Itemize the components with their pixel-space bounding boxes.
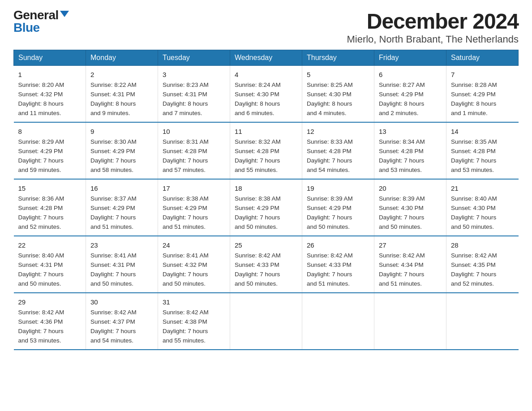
calendar-cell: 14Sunrise: 8:35 AMSunset: 4:28 PMDayligh…	[446, 122, 519, 179]
day-number: 22	[18, 240, 82, 250]
day-info: Sunrise: 8:41 AMSunset: 4:31 PMDaylight:…	[90, 251, 153, 289]
day-number: 23	[90, 240, 153, 250]
day-info: Sunrise: 8:42 AMSunset: 4:35 PMDaylight:…	[451, 251, 514, 289]
calendar-cell: 31Sunrise: 8:42 AMSunset: 4:38 PMDayligh…	[158, 293, 230, 350]
weekday-header-wednesday: Wednesday	[230, 50, 302, 66]
day-number: 7	[451, 69, 514, 80]
day-info: Sunrise: 8:27 AMSunset: 4:29 PMDaylight:…	[379, 81, 442, 118]
calendar-cell: 2Sunrise: 8:22 AMSunset: 4:31 PMDaylight…	[86, 66, 158, 122]
weekday-header-saturday: Saturday	[446, 50, 519, 66]
day-number: 19	[307, 183, 369, 193]
day-info: Sunrise: 8:23 AMSunset: 4:31 PMDaylight:…	[163, 81, 225, 118]
calendar-cell: 21Sunrise: 8:40 AMSunset: 4:30 PMDayligh…	[446, 179, 519, 236]
calendar-week-row: 22Sunrise: 8:40 AMSunset: 4:31 PMDayligh…	[14, 236, 519, 293]
day-number: 31	[163, 297, 225, 307]
day-number: 6	[379, 69, 442, 80]
calendar-subtitle: Mierlo, North Brabant, The Netherlands	[347, 34, 519, 45]
logo-general-text: General	[13, 9, 59, 21]
day-number: 15	[18, 183, 82, 193]
day-info: Sunrise: 8:36 AMSunset: 4:28 PMDaylight:…	[18, 194, 82, 232]
calendar-cell: 12Sunrise: 8:33 AMSunset: 4:28 PMDayligh…	[302, 122, 374, 179]
calendar-cell: 3Sunrise: 8:23 AMSunset: 4:31 PMDaylight…	[158, 66, 230, 122]
weekday-header-sunday: Sunday	[14, 50, 86, 66]
day-number: 24	[163, 240, 225, 250]
calendar-title: December 2024	[347, 9, 519, 34]
day-info: Sunrise: 8:34 AMSunset: 4:28 PMDaylight:…	[379, 137, 442, 175]
day-number: 30	[90, 297, 153, 307]
calendar-week-row: 8Sunrise: 8:29 AMSunset: 4:29 PMDaylight…	[14, 122, 519, 179]
calendar-table: SundayMondayTuesdayWednesdayThursdayFrid…	[13, 50, 519, 350]
day-info: Sunrise: 8:29 AMSunset: 4:29 PMDaylight:…	[18, 137, 82, 175]
calendar-cell: 23Sunrise: 8:41 AMSunset: 4:31 PMDayligh…	[86, 236, 158, 293]
day-number: 11	[235, 126, 297, 137]
day-number: 1	[18, 69, 82, 80]
day-number: 5	[307, 69, 369, 80]
day-info: Sunrise: 8:35 AMSunset: 4:28 PMDaylight:…	[451, 137, 514, 175]
day-info: Sunrise: 8:30 AMSunset: 4:29 PMDaylight:…	[90, 137, 153, 175]
day-number: 2	[90, 69, 153, 80]
weekday-header-thursday: Thursday	[302, 50, 374, 66]
title-section: December 2024 Mierlo, North Brabant, The…	[347, 9, 519, 45]
day-info: Sunrise: 8:42 AMSunset: 4:33 PMDaylight:…	[235, 251, 297, 289]
calendar-cell: 19Sunrise: 8:39 AMSunset: 4:29 PMDayligh…	[302, 179, 374, 236]
calendar-cell: 9Sunrise: 8:30 AMSunset: 4:29 PMDaylight…	[86, 122, 158, 179]
day-info: Sunrise: 8:37 AMSunset: 4:29 PMDaylight:…	[90, 194, 153, 232]
calendar-cell: 29Sunrise: 8:42 AMSunset: 4:36 PMDayligh…	[14, 293, 86, 350]
calendar-cell: 7Sunrise: 8:28 AMSunset: 4:29 PMDaylight…	[446, 66, 519, 122]
calendar-cell: 17Sunrise: 8:38 AMSunset: 4:29 PMDayligh…	[158, 179, 230, 236]
calendar-cell	[374, 293, 446, 350]
day-info: Sunrise: 8:42 AMSunset: 4:36 PMDaylight:…	[18, 308, 82, 346]
days-of-week-row: SundayMondayTuesdayWednesdayThursdayFrid…	[14, 50, 519, 66]
day-number: 28	[451, 240, 514, 250]
calendar-cell: 26Sunrise: 8:42 AMSunset: 4:33 PMDayligh…	[302, 236, 374, 293]
day-number: 21	[451, 183, 514, 193]
calendar-cell: 1Sunrise: 8:20 AMSunset: 4:32 PMDaylight…	[14, 66, 86, 122]
weekday-header-tuesday: Tuesday	[158, 50, 230, 66]
day-info: Sunrise: 8:31 AMSunset: 4:28 PMDaylight:…	[163, 137, 225, 175]
day-info: Sunrise: 8:22 AMSunset: 4:31 PMDaylight:…	[90, 81, 153, 118]
calendar-body: 1Sunrise: 8:20 AMSunset: 4:32 PMDaylight…	[14, 66, 519, 350]
day-info: Sunrise: 8:40 AMSunset: 4:31 PMDaylight:…	[18, 251, 82, 289]
day-info: Sunrise: 8:33 AMSunset: 4:28 PMDaylight:…	[307, 137, 369, 175]
day-number: 26	[307, 240, 369, 250]
calendar-cell	[230, 293, 302, 350]
day-info: Sunrise: 8:42 AMSunset: 4:34 PMDaylight:…	[379, 251, 442, 289]
calendar-header: SundayMondayTuesdayWednesdayThursdayFrid…	[14, 50, 519, 66]
calendar-cell: 6Sunrise: 8:27 AMSunset: 4:29 PMDaylight…	[374, 66, 446, 122]
day-number: 17	[163, 183, 225, 193]
weekday-header-friday: Friday	[374, 50, 446, 66]
logo-blue-text: Blue	[13, 21, 40, 34]
day-info: Sunrise: 8:38 AMSunset: 4:29 PMDaylight:…	[235, 194, 297, 232]
calendar-cell: 4Sunrise: 8:24 AMSunset: 4:30 PMDaylight…	[230, 66, 302, 122]
calendar-cell: 13Sunrise: 8:34 AMSunset: 4:28 PMDayligh…	[374, 122, 446, 179]
day-info: Sunrise: 8:42 AMSunset: 4:38 PMDaylight:…	[163, 308, 225, 346]
calendar-cell: 8Sunrise: 8:29 AMSunset: 4:29 PMDaylight…	[14, 122, 86, 179]
calendar-cell: 28Sunrise: 8:42 AMSunset: 4:35 PMDayligh…	[446, 236, 519, 293]
day-number: 25	[235, 240, 297, 250]
day-number: 14	[451, 126, 514, 137]
logo-triangle-icon	[60, 11, 69, 17]
calendar-week-row: 29Sunrise: 8:42 AMSunset: 4:36 PMDayligh…	[14, 293, 519, 350]
calendar-cell: 16Sunrise: 8:37 AMSunset: 4:29 PMDayligh…	[86, 179, 158, 236]
day-info: Sunrise: 8:42 AMSunset: 4:33 PMDaylight:…	[307, 251, 369, 289]
calendar-cell	[302, 293, 374, 350]
day-info: Sunrise: 8:20 AMSunset: 4:32 PMDaylight:…	[18, 81, 82, 118]
calendar-cell: 27Sunrise: 8:42 AMSunset: 4:34 PMDayligh…	[374, 236, 446, 293]
day-number: 8	[18, 126, 82, 137]
day-number: 20	[379, 183, 442, 193]
logo: General Blue	[13, 9, 69, 34]
day-number: 12	[307, 126, 369, 137]
calendar-cell: 10Sunrise: 8:31 AMSunset: 4:28 PMDayligh…	[158, 122, 230, 179]
day-number: 9	[90, 126, 153, 137]
weekday-header-monday: Monday	[86, 50, 158, 66]
calendar-week-row: 1Sunrise: 8:20 AMSunset: 4:32 PMDaylight…	[14, 66, 519, 122]
page-header: General Blue December 2024 Mierlo, North…	[13, 9, 519, 45]
day-info: Sunrise: 8:24 AMSunset: 4:30 PMDaylight:…	[235, 81, 297, 118]
calendar-cell	[446, 293, 519, 350]
day-number: 10	[163, 126, 225, 137]
calendar-cell: 15Sunrise: 8:36 AMSunset: 4:28 PMDayligh…	[14, 179, 86, 236]
calendar-cell: 22Sunrise: 8:40 AMSunset: 4:31 PMDayligh…	[14, 236, 86, 293]
calendar-cell: 5Sunrise: 8:25 AMSunset: 4:30 PMDaylight…	[302, 66, 374, 122]
day-number: 13	[379, 126, 442, 137]
day-number: 4	[235, 69, 297, 80]
